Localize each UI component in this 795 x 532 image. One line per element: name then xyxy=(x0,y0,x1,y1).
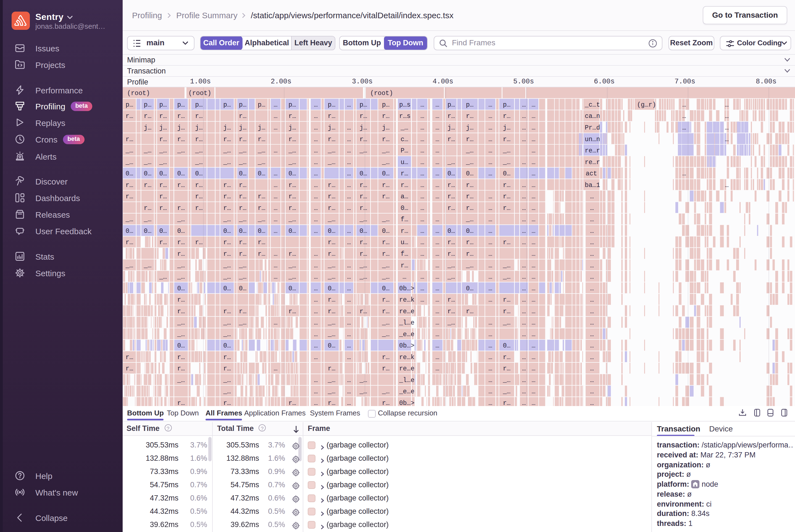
svg-text:r…: r… xyxy=(159,205,167,212)
svg-text:r…: r… xyxy=(288,205,296,212)
svg-text:…: … xyxy=(531,205,535,212)
svg-text:r…: r… xyxy=(223,239,231,246)
svg-text:r…: r… xyxy=(359,182,367,189)
svg-text:…: … xyxy=(522,124,526,132)
svg-text:j…: j… xyxy=(466,124,474,132)
svg-text:…: … xyxy=(522,216,526,223)
svg-text:r…: r… xyxy=(177,136,185,143)
svg-text:…: … xyxy=(488,377,492,384)
svg-text:_…: _… xyxy=(328,147,336,154)
svg-text:…: … xyxy=(590,262,594,269)
svg-text:…: … xyxy=(347,400,351,406)
svg-text:j…: j… xyxy=(144,124,152,132)
svg-text:r…: r… xyxy=(328,297,336,304)
svg-text:r…: r… xyxy=(400,170,408,177)
svg-text:_…: _… xyxy=(223,159,231,166)
svg-text:…: … xyxy=(488,331,492,338)
svg-text:…: … xyxy=(488,124,492,132)
svg-text:_…: _… xyxy=(144,262,152,269)
svg-text:r…: r… xyxy=(448,308,455,315)
svg-text:…: … xyxy=(488,101,492,109)
svg-text:r…: r… xyxy=(503,239,510,246)
svg-text:0…: 0… xyxy=(288,170,296,177)
svg-text:…: … xyxy=(314,262,318,269)
svg-text:_…: _… xyxy=(239,147,247,154)
svg-text:_…: _… xyxy=(328,216,336,223)
svg-text:r…: r… xyxy=(223,182,231,189)
svg-text:j…: j… xyxy=(328,124,336,132)
svg-text:r…: r… xyxy=(503,308,510,315)
svg-text:r…: r… xyxy=(239,182,247,189)
svg-text:…: … xyxy=(531,228,535,235)
svg-text:r…: r… xyxy=(126,136,133,143)
svg-text:…: … xyxy=(590,285,594,292)
svg-text:…: … xyxy=(531,262,535,269)
svg-text:p…: p… xyxy=(126,101,133,109)
svg-text:_…: _… xyxy=(382,319,390,326)
svg-text:r…: r… xyxy=(448,250,455,258)
svg-text:_…: _… xyxy=(466,147,474,154)
svg-text:r…: r… xyxy=(159,239,167,246)
svg-text:…: … xyxy=(314,319,318,326)
svg-text:0…: 0… xyxy=(382,285,390,292)
svg-text:_…: _… xyxy=(159,147,167,154)
svg-text:…: … xyxy=(522,101,526,109)
svg-text:…: … xyxy=(531,136,535,143)
svg-text:_…: _… xyxy=(359,388,367,395)
svg-text:…: … xyxy=(274,193,278,200)
svg-text:r…: r… xyxy=(466,193,474,200)
svg-text:…: … xyxy=(347,193,351,200)
svg-text:…: … xyxy=(347,262,351,269)
svg-text:_…: _… xyxy=(223,319,231,326)
svg-text:_…: _… xyxy=(177,377,185,384)
svg-text:…: … xyxy=(314,182,318,189)
svg-text:r…: r… xyxy=(503,400,510,406)
svg-text:_…: _… xyxy=(223,331,231,338)
svg-text:_…: _… xyxy=(288,262,296,269)
svg-text:…: … xyxy=(590,216,594,223)
svg-text:j…: j… xyxy=(258,124,265,132)
svg-text:…: … xyxy=(531,124,535,132)
svg-text:r…: r… xyxy=(126,193,133,200)
svg-text:r…: r… xyxy=(239,308,247,315)
svg-text:…: … xyxy=(488,170,492,177)
svg-text:j…: j… xyxy=(239,124,247,132)
svg-text:_…: _… xyxy=(328,319,336,326)
svg-text:_…: _… xyxy=(177,273,185,281)
svg-text:0…: 0… xyxy=(503,342,510,349)
svg-text:_…: _… xyxy=(126,216,133,223)
svg-text:_c…t: _c…t xyxy=(585,101,600,109)
svg-text:_…: _… xyxy=(359,216,367,223)
svg-text:…: … xyxy=(314,228,318,235)
svg-text:r…: r… xyxy=(223,193,231,200)
svg-text:…: … xyxy=(314,400,318,406)
svg-text:0…: 0… xyxy=(503,170,510,177)
svg-text:r…: r… xyxy=(239,193,247,200)
svg-text:_…: _… xyxy=(466,216,474,223)
svg-text:0…: 0… xyxy=(195,170,203,177)
svg-text:r…: r… xyxy=(328,308,336,315)
svg-text:…: … xyxy=(436,319,439,326)
svg-text:…: … xyxy=(522,228,526,235)
svg-text:…: … xyxy=(590,388,594,395)
svg-text:…: … xyxy=(531,193,535,200)
svg-text:a…: a… xyxy=(400,193,408,200)
svg-text:0…: 0… xyxy=(239,228,247,235)
svg-text:0…: 0… xyxy=(258,228,265,235)
svg-text:…: … xyxy=(420,239,424,246)
svg-text:…: … xyxy=(347,101,351,109)
svg-text:…: … xyxy=(522,193,526,200)
svg-text:r…s: r…s xyxy=(399,113,411,120)
svg-text:r…: r… xyxy=(239,136,247,143)
svg-text:…: … xyxy=(488,365,492,372)
svg-text:…: … xyxy=(436,285,439,292)
svg-text:_…: _… xyxy=(288,273,296,281)
svg-text:_…: _… xyxy=(144,147,152,154)
svg-text:…: … xyxy=(488,205,492,212)
svg-text:0…: 0… xyxy=(466,170,474,177)
svg-text:…: … xyxy=(314,159,318,166)
svg-text:…: … xyxy=(436,331,439,338)
svg-text:r…: r… xyxy=(359,308,367,315)
svg-text:r…: r… xyxy=(448,205,455,212)
svg-text:0…: 0… xyxy=(239,285,247,292)
